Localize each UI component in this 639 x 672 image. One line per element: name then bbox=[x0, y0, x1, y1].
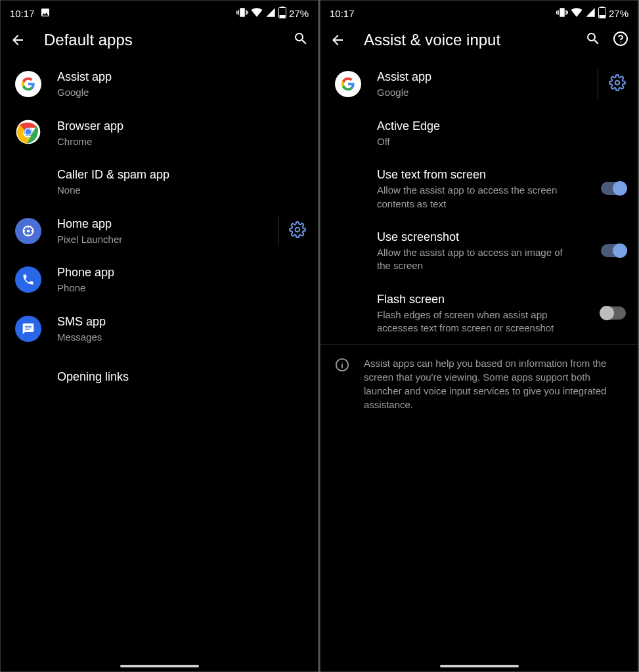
app-bar: Assist & voice input bbox=[320, 24, 638, 60]
opening-links-row[interactable]: Opening links bbox=[1, 353, 318, 400]
battery-icon bbox=[278, 7, 286, 20]
search-button[interactable] bbox=[293, 31, 309, 49]
row-title: Assist app bbox=[377, 69, 582, 85]
use-text-switch[interactable] bbox=[601, 182, 626, 195]
assist-info-block: Assist apps can help you based on inform… bbox=[320, 344, 638, 423]
google-g-icon bbox=[15, 71, 41, 97]
svg-rect-1 bbox=[280, 7, 284, 8]
row-sub: Phone bbox=[57, 282, 306, 295]
screen-assist-voice-input: 10:17 27% Assist & voice input bbox=[320, 0, 638, 672]
row-title: Use text from screen bbox=[377, 167, 579, 182]
vibrate-icon bbox=[236, 7, 248, 20]
svg-rect-11 bbox=[600, 7, 604, 8]
page-title: Assist & voice input bbox=[364, 31, 568, 49]
help-button[interactable] bbox=[613, 31, 628, 49]
use-text-row[interactable]: Use text from screen Allow the assist ap… bbox=[320, 158, 638, 220]
battery-percent: 27% bbox=[609, 8, 628, 19]
battery-percent: 27% bbox=[289, 8, 309, 19]
row-title: Home app bbox=[57, 216, 262, 232]
svg-point-14 bbox=[620, 41, 621, 43]
gesture-nav-indicator[interactable] bbox=[120, 665, 199, 667]
assist-app-row[interactable]: Assist app Google bbox=[1, 60, 318, 109]
phone-icon bbox=[15, 266, 41, 293]
row-title: Browser app bbox=[57, 118, 306, 134]
home-app-row[interactable]: Home app Pixel Launcher bbox=[1, 207, 318, 256]
wifi-icon bbox=[251, 7, 263, 20]
caller-id-row[interactable]: Caller ID & spam app None bbox=[1, 158, 318, 207]
screen-default-apps: 10:17 27% Default apps bbox=[0, 0, 319, 672]
battery-icon bbox=[598, 7, 606, 20]
use-screenshot-switch[interactable] bbox=[601, 244, 626, 257]
phone-app-row[interactable]: Phone app Phone bbox=[1, 255, 318, 304]
svg-point-18 bbox=[342, 362, 342, 363]
messages-icon bbox=[15, 316, 41, 342]
row-sub: Allow the assist app to access an image … bbox=[377, 246, 579, 273]
info-text: Assist apps can help you based on inform… bbox=[364, 356, 623, 411]
row-sub: Off bbox=[377, 135, 626, 148]
back-button[interactable] bbox=[330, 32, 347, 48]
home-app-settings-gear[interactable] bbox=[289, 221, 306, 241]
row-title: Assist app bbox=[57, 69, 306, 85]
row-sub: Google bbox=[57, 86, 306, 99]
row-sub: Flash edges of screen when assist app ac… bbox=[377, 308, 579, 335]
row-sub: None bbox=[57, 184, 306, 197]
status-time: 10:17 bbox=[10, 8, 35, 19]
search-button[interactable] bbox=[585, 31, 601, 49]
row-title: Active Edge bbox=[377, 118, 626, 134]
row-sub: Pixel Launcher bbox=[57, 233, 262, 246]
browser-app-row[interactable]: Browser app Chrome bbox=[1, 109, 318, 158]
page-title: Default apps bbox=[44, 31, 276, 49]
sms-app-row[interactable]: SMS app Messages bbox=[1, 304, 318, 354]
use-screenshot-row[interactable]: Use screenshot Allow the assist app to a… bbox=[320, 220, 638, 282]
status-bar: 10:17 27% bbox=[1, 1, 318, 24]
row-sub: Google bbox=[377, 86, 582, 99]
svg-point-15 bbox=[615, 81, 620, 85]
status-time: 10:17 bbox=[330, 8, 355, 19]
pixel-launcher-icon bbox=[15, 218, 41, 244]
status-bar: 10:17 27% bbox=[320, 1, 638, 24]
info-icon bbox=[335, 358, 349, 411]
flash-screen-row[interactable]: Flash screen Flash edges of screen when … bbox=[320, 282, 638, 345]
back-button[interactable] bbox=[10, 32, 27, 48]
app-bar: Default apps bbox=[1, 24, 318, 60]
wifi-icon bbox=[571, 7, 583, 20]
row-title: SMS app bbox=[57, 314, 306, 329]
svg-rect-2 bbox=[279, 15, 285, 18]
assist-app-settings-gear[interactable] bbox=[609, 74, 626, 94]
svg-point-8 bbox=[27, 230, 30, 233]
divider bbox=[598, 70, 598, 98]
row-title: Opening links bbox=[57, 369, 306, 385]
chrome-icon bbox=[15, 119, 41, 148]
row-title: Flash screen bbox=[377, 291, 579, 307]
row-sub: Messages bbox=[57, 331, 306, 344]
image-indicator-icon bbox=[40, 7, 51, 20]
row-title: Use screenshot bbox=[377, 229, 579, 245]
row-title: Caller ID & spam app bbox=[57, 167, 306, 182]
divider bbox=[278, 217, 278, 245]
active-edge-row[interactable]: Active Edge Off bbox=[320, 109, 638, 158]
gesture-nav-indicator[interactable] bbox=[440, 665, 519, 667]
google-g-icon bbox=[335, 71, 361, 97]
flash-screen-switch[interactable] bbox=[601, 306, 626, 320]
row-sub: Chrome bbox=[57, 135, 306, 148]
signal-icon bbox=[585, 7, 596, 20]
assist-app-row[interactable]: Assist app Google bbox=[320, 60, 638, 109]
row-sub: Allow the assist app to access the scree… bbox=[377, 184, 579, 211]
svg-rect-12 bbox=[599, 15, 605, 18]
signal-icon bbox=[265, 7, 276, 20]
vibrate-icon bbox=[556, 7, 568, 20]
svg-point-9 bbox=[296, 228, 300, 232]
row-title: Phone app bbox=[57, 264, 306, 280]
